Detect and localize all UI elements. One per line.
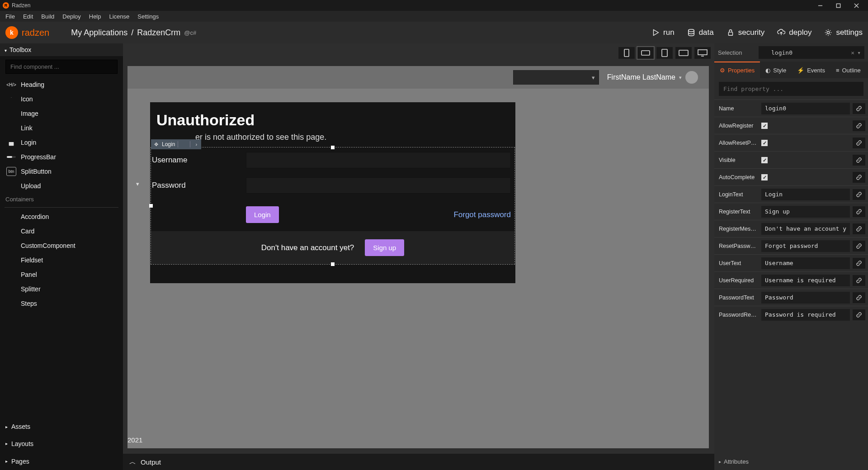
container-panel[interactable]: Panel [0, 267, 123, 282]
action-data[interactable]: data [687, 28, 714, 37]
menu-help[interactable]: Help [85, 12, 105, 21]
menu-deploy[interactable]: Deploy [59, 12, 84, 21]
property-checkbox[interactable]: ✓ [761, 157, 768, 163]
add-attribute-icon[interactable] [857, 457, 863, 465]
device-phone[interactable] [618, 47, 635, 59]
property-checkbox[interactable]: ✓ [761, 174, 768, 180]
container-card[interactable]: Card [0, 224, 123, 238]
container-steps[interactable]: Steps [0, 296, 123, 311]
container-fieldset[interactable]: Fieldset [0, 253, 123, 267]
property-input[interactable] [761, 223, 850, 235]
breadcrumb[interactable]: My Applications / RadzenCrm @c# [59, 28, 196, 38]
tab-properties[interactable]: ⚙Properties [714, 62, 760, 78]
property-input[interactable] [761, 292, 850, 304]
property-input[interactable] [761, 240, 850, 252]
action-run[interactable]: run [651, 28, 675, 37]
device-tablet-land[interactable] [675, 47, 692, 59]
delete-page-icon[interactable] [100, 457, 107, 465]
menu-build[interactable]: Build [38, 12, 58, 21]
selection-dropdown[interactable]: login0 ×▾ [759, 46, 864, 59]
attributes-section[interactable]: ▸Attributes [714, 453, 868, 470]
bind-icon[interactable] [853, 103, 865, 114]
output-panel-header[interactable]: ︿ Output [123, 454, 714, 470]
property-input[interactable] [761, 275, 850, 286]
action-security[interactable]: security [726, 28, 765, 37]
panel-layouts[interactable]: ▸Layouts [0, 435, 123, 452]
add-layout-icon[interactable] [110, 439, 118, 448]
menu-edit[interactable]: Edit [19, 12, 37, 21]
signup-button[interactable]: Sign up [365, 239, 404, 256]
component-progressbar[interactable]: ProgressBar [0, 150, 123, 164]
action-deploy[interactable]: deploy [777, 28, 811, 37]
property-search-input[interactable] [719, 82, 863, 96]
bind-icon[interactable] [853, 120, 865, 131]
toolbox-header[interactable]: Toolbox [0, 43, 123, 56]
clear-selection-icon[interactable]: × [851, 49, 854, 56]
property-input[interactable] [761, 257, 850, 269]
header-dropdown[interactable]: ▾ [513, 70, 599, 85]
page-card[interactable]: Unauthorized ✥ Login › er is not authori… [150, 102, 515, 283]
bind-icon[interactable] [853, 206, 865, 217]
tab-outline[interactable]: ≡Outline [830, 62, 866, 78]
designer-surface[interactable]: ▾ FirstName LastName ▾ ▾ Unauthorized ✥ … [127, 66, 709, 448]
maximize-button[interactable] [829, 0, 847, 10]
bind-icon[interactable] [853, 292, 865, 303]
login-component[interactable]: Username Password Login Forgot password [151, 147, 514, 264]
bind-icon[interactable] [853, 275, 865, 286]
property-input[interactable] [761, 189, 850, 200]
component-image[interactable]: Image [0, 106, 123, 121]
forgot-password-link[interactable]: Forgot password [453, 210, 511, 219]
username-input[interactable] [246, 152, 511, 168]
chevron-down-icon[interactable]: ▾ [857, 49, 861, 56]
action-settings[interactable]: settings [824, 28, 863, 37]
image-icon [6, 109, 16, 118]
bind-icon[interactable] [853, 155, 865, 166]
svg-point-6 [64, 30, 65, 31]
logo[interactable]: k radzen [5, 26, 49, 39]
property-checkbox[interactable]: ✓ [761, 123, 768, 129]
close-button[interactable] [847, 0, 865, 10]
container-custom[interactable]: CustomComponent [0, 238, 123, 253]
minimize-button[interactable] [811, 0, 829, 10]
component-search-input[interactable] [5, 60, 118, 74]
component-heading[interactable]: <H/>Heading [0, 77, 123, 92]
menu-settings[interactable]: Settings [134, 12, 162, 21]
user-profile[interactable]: FirstName LastName ▾ [607, 71, 698, 84]
component-link[interactable]: Link [0, 121, 123, 135]
add-page-icon[interactable] [110, 457, 118, 465]
container-accordion[interactable]: Accordion [0, 209, 123, 224]
button-icon: btn [6, 167, 16, 176]
property-input[interactable] [761, 309, 850, 321]
bind-icon[interactable] [853, 258, 865, 269]
tab-events[interactable]: ⚡Events [792, 62, 830, 78]
property-input[interactable] [761, 206, 850, 218]
bind-icon[interactable] [853, 172, 865, 183]
property-row: UserText [714, 254, 868, 271]
menu-file[interactable]: File [2, 12, 19, 21]
menu-license[interactable]: License [106, 12, 133, 21]
property-checkbox[interactable]: ✓ [761, 140, 768, 146]
component-login[interactable]: Login [0, 135, 123, 150]
component-splitbutton[interactable]: btnSplitButton [0, 164, 123, 179]
bind-icon[interactable] [853, 223, 865, 234]
tab-style[interactable]: ◐Style [760, 62, 792, 78]
panel-pages[interactable]: ▸Pages [0, 452, 123, 470]
page-collapse-toggle[interactable]: ▾ [133, 179, 142, 188]
component-icon[interactable]: Icon [0, 92, 123, 106]
container-splitter[interactable]: Splitter [0, 282, 123, 296]
panel-assets[interactable]: ▸Assets [0, 418, 123, 435]
bind-icon[interactable] [853, 241, 865, 252]
device-phone-land[interactable] [637, 47, 654, 59]
password-input[interactable] [246, 177, 511, 194]
move-icon[interactable]: ✥ [153, 141, 159, 147]
bind-icon[interactable] [853, 189, 865, 200]
device-tablet[interactable] [656, 47, 673, 59]
bind-icon[interactable] [853, 309, 865, 320]
delete-icon[interactable] [181, 141, 187, 147]
property-input[interactable] [761, 103, 850, 114]
bind-icon[interactable] [853, 138, 865, 148]
chevron-right-icon[interactable]: › [193, 141, 199, 147]
login-button[interactable]: Login [246, 206, 279, 223]
device-desktop[interactable] [694, 47, 711, 59]
component-upload[interactable]: Upload [0, 179, 123, 193]
